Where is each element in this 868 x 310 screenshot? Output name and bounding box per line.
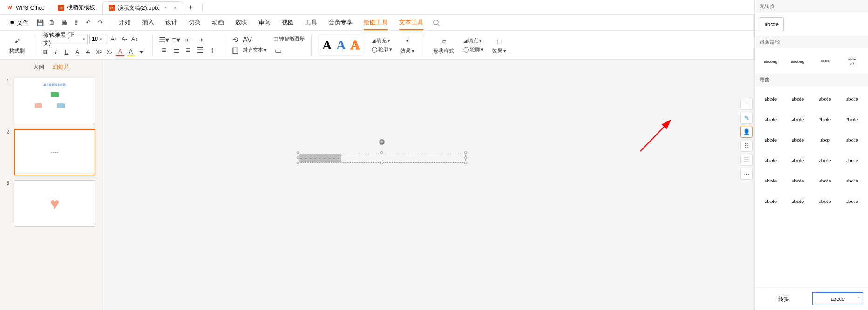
textbox-content[interactable]: - - - - - - - - - <box>299 154 341 162</box>
more-button[interactable]: ⋯ <box>740 168 753 180</box>
text-outline-button[interactable]: ◯ 轮廓▾ <box>372 46 392 53</box>
wordart-style-2[interactable]: A <box>336 38 346 53</box>
text-box-button[interactable]: ▭ <box>273 46 283 54</box>
superscript-button[interactable]: X² <box>95 48 103 56</box>
new-tab-button[interactable]: + <box>184 3 197 12</box>
warp-option[interactable]: abcde <box>786 110 810 128</box>
warp-option[interactable]: abcde <box>759 90 783 108</box>
resize-handle[interactable] <box>464 162 467 164</box>
menu-design[interactable]: 设计 <box>165 15 177 30</box>
menu-text-tools[interactable]: 文本工具 <box>399 15 423 30</box>
resize-handle[interactable] <box>380 162 383 164</box>
print-preview-icon[interactable]: 🗎 <box>48 19 56 27</box>
outline-tab[interactable]: 大纲 <box>33 63 44 71</box>
selected-textbox[interactable]: ⟳ - - - - - - - - - <box>298 153 466 163</box>
warp-option[interactable]: abcde <box>786 192 810 210</box>
warp-option[interactable]: abcde <box>813 172 837 189</box>
menu-slideshow[interactable]: 放映 <box>235 15 247 30</box>
warp-option[interactable]: abcde <box>813 151 837 169</box>
warp-option[interactable]: abcde <box>840 172 864 189</box>
warp-option[interactable]: abcde <box>759 131 783 148</box>
doc-tab-template[interactable]: D 找稻壳模板 <box>52 1 101 14</box>
warp-option[interactable]: abcde <box>759 151 783 169</box>
align-left-button[interactable]: ≡ <box>159 46 169 54</box>
thumbnail[interactable]: 单击此处添加标题 <box>14 78 95 124</box>
resize-handle[interactable] <box>464 156 467 159</box>
path-option[interactable]: abcdefg <box>786 52 810 70</box>
bullets-button[interactable]: ☰▾ <box>159 36 169 44</box>
italic-button[interactable]: I <box>52 48 60 56</box>
align-center-button[interactable]: ≣ <box>171 46 181 54</box>
wordart-style-3[interactable]: A <box>350 38 359 53</box>
menu-drawing-tools[interactable]: 绘图工具 <box>364 15 388 30</box>
columns-button[interactable]: ▥ <box>231 46 240 54</box>
export-icon[interactable]: ⇪ <box>73 19 80 27</box>
close-icon[interactable]: ✕ <box>173 6 177 11</box>
redo-icon[interactable]: ↷ <box>97 19 104 27</box>
warp-option[interactable]: abcde <box>813 192 837 210</box>
font-name-select[interactable]: 微软雅黑 (正文)▾ <box>41 34 88 44</box>
strike-button[interactable]: S <box>84 48 92 56</box>
search-icon[interactable] <box>433 19 440 27</box>
text-effect-button[interactable]: ✦ 效果▾ <box>398 34 417 55</box>
path-option[interactable]: abcdeghij <box>840 52 864 70</box>
transform-select[interactable]: abcde ˄ <box>812 292 863 305</box>
resize-handle[interactable] <box>464 151 467 154</box>
text-direction-button[interactable]: ⟲ <box>231 36 240 44</box>
file-menu[interactable]: ≡ 文件 <box>7 19 33 27</box>
doc-tab-current[interactable]: P 演示文稿(2).pptx • ✕ <box>102 1 183 14</box>
warp-option[interactable]: ᵃbcde <box>840 110 864 128</box>
no-transform-option[interactable]: abcde <box>760 17 784 31</box>
underline-button[interactable]: U <box>62 48 71 56</box>
more-font-button[interactable]: ⏷ <box>137 48 146 56</box>
slide-canvas[interactable]: ⟳ - - - - - - - - - <box>102 60 868 310</box>
rotate-handle[interactable]: ⟳ <box>379 139 385 145</box>
zoom-out-button[interactable]: − <box>740 98 753 110</box>
path-option[interactable]: abcdefg <box>759 52 783 70</box>
list-button[interactable]: ☰ <box>740 154 753 166</box>
warp-option[interactable]: ᵃbcde <box>813 110 837 128</box>
menu-transition[interactable]: 切换 <box>189 15 201 30</box>
indent-inc-button[interactable]: ⇥ <box>196 36 205 44</box>
align-justify-button[interactable]: ☰ <box>196 46 205 54</box>
line-spacing-button[interactable]: ↕ <box>208 46 217 54</box>
shape-fill-button[interactable]: ◢ 填充▾ <box>463 37 484 44</box>
warp-option[interactable]: abcde <box>759 192 783 210</box>
slides-tab[interactable]: 幻灯片 <box>53 63 69 71</box>
warp-option[interactable]: abcde <box>759 110 783 128</box>
warp-option[interactable]: abcde <box>840 90 864 108</box>
subscript-button[interactable]: X₂ <box>105 48 114 56</box>
warp-option[interactable]: abcde <box>759 172 783 189</box>
font-color-button[interactable]: A <box>116 48 124 56</box>
font-size-select[interactable]: 18▾ <box>89 34 108 44</box>
ai-button[interactable]: 👤 <box>740 126 753 138</box>
clear-format-button[interactable]: A↕ <box>130 35 139 43</box>
menu-insert[interactable]: 插入 <box>142 15 154 30</box>
bold-button[interactable]: B <box>41 48 49 56</box>
align-text-button[interactable]: 对齐文本▾ <box>243 46 267 54</box>
warp-option[interactable]: abcde <box>840 131 864 148</box>
edit-button[interactable]: ✎ <box>740 112 753 124</box>
menu-animation[interactable]: 动画 <box>212 15 224 30</box>
wordart-style-1[interactable]: A <box>322 38 332 53</box>
warp-option[interactable]: abcde <box>813 90 837 108</box>
warp-option[interactable]: abcde <box>840 151 864 169</box>
resize-handle[interactable] <box>297 156 299 159</box>
char-spacing-button[interactable]: AV <box>243 36 252 44</box>
save-icon[interactable]: 💾 <box>36 19 44 27</box>
shape-style-button[interactable]: ▱ 形状样式 <box>431 34 457 55</box>
resize-handle[interactable] <box>297 162 299 164</box>
thumbnail[interactable]: ♥ <box>14 180 95 227</box>
menu-member[interactable]: 会员专享 <box>328 15 353 30</box>
warp-option[interactable]: abcde <box>786 90 810 108</box>
menu-view[interactable]: 视图 <box>282 15 294 30</box>
indent-dec-button[interactable]: ⇤ <box>183 36 193 44</box>
slide-thumb-3[interactable]: 3 ♥ <box>7 180 95 227</box>
align-right-button[interactable]: ≡ <box>183 46 193 54</box>
warp-option[interactable]: abcde <box>840 192 864 210</box>
resize-handle[interactable] <box>380 151 383 154</box>
slide-thumb-2[interactable]: 2 <box>7 129 95 175</box>
layout-button[interactable]: ⠿ <box>740 140 753 152</box>
shape-effect-button[interactable]: ⬚ 效果▾ <box>489 34 509 55</box>
menu-start[interactable]: 开始 <box>119 15 131 30</box>
